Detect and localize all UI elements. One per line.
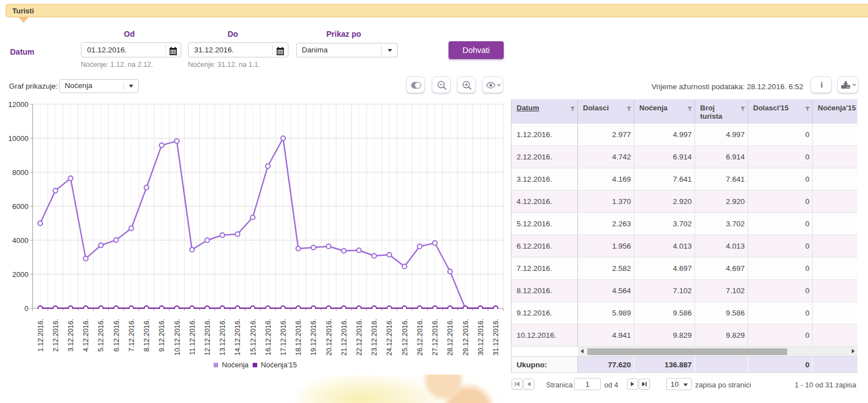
svg-text:6.12.2016.: 6.12.2016.	[113, 319, 120, 352]
svg-text:21.12.2016.: 21.12.2016.	[340, 319, 348, 356]
svg-text:9.12.2016.: 9.12.2016.	[158, 319, 166, 352]
svg-text:30.12.2016.: 30.12.2016.	[477, 319, 485, 356]
svg-text:26.12.2016.: 26.12.2016.	[416, 319, 424, 356]
svg-text:12000: 12000	[8, 100, 28, 109]
svg-text:24.12.2016.: 24.12.2016.	[385, 319, 393, 356]
svg-text:28.12.2016.: 28.12.2016.	[446, 319, 454, 356]
svg-text:25.12.2016.: 25.12.2016.	[401, 319, 409, 356]
svg-text:18.12.2016.: 18.12.2016.	[295, 319, 302, 356]
svg-text:22.12.2016.: 22.12.2016.	[355, 319, 363, 356]
svg-text:27.12.2016.: 27.12.2016.	[431, 319, 439, 356]
svg-text:0: 0	[25, 304, 28, 313]
svg-text:8.12.2016.: 8.12.2016.	[143, 319, 151, 352]
svg-text:8000: 8000	[12, 168, 28, 177]
svg-text:5.12.2016.: 5.12.2016.	[97, 319, 105, 352]
svg-text:23.12.2016.: 23.12.2016.	[370, 319, 378, 356]
svg-text:13.12.2016.: 13.12.2016.	[219, 319, 226, 356]
svg-text:16.12.2016.: 16.12.2016.	[264, 319, 272, 356]
svg-text:11.12.2016.: 11.12.2016.	[189, 319, 196, 355]
svg-text:1.12.2016.: 1.12.2016.	[37, 319, 45, 352]
svg-text:19.12.2016.: 19.12.2016.	[310, 319, 317, 356]
svg-text:10.12.2016.: 10.12.2016.	[173, 319, 181, 356]
svg-text:7.12.2016.: 7.12.2016.	[128, 319, 136, 352]
svg-text:2.12.2016.: 2.12.2016.	[52, 319, 60, 352]
svg-text:17.12.2016.: 17.12.2016.	[279, 319, 287, 356]
svg-text:20.12.2016.: 20.12.2016.	[325, 319, 333, 356]
svg-text:15.12.2016.: 15.12.2016.	[249, 319, 257, 356]
svg-text:12.12.2016.: 12.12.2016.	[204, 319, 211, 356]
svg-text:31.12.2016.: 31.12.2016.	[492, 319, 500, 356]
svg-text:29.12.2016.: 29.12.2016.	[462, 319, 470, 356]
svg-text:4.12.2016.: 4.12.2016.	[82, 319, 90, 352]
svg-text:3.12.2016.: 3.12.2016.	[67, 319, 75, 352]
svg-text:6000: 6000	[12, 202, 28, 211]
svg-text:2000: 2000	[12, 270, 28, 279]
svg-text:14.12.2016.: 14.12.2016.	[234, 319, 242, 356]
svg-text:4000: 4000	[12, 236, 28, 245]
svg-text:10000: 10000	[8, 134, 28, 143]
